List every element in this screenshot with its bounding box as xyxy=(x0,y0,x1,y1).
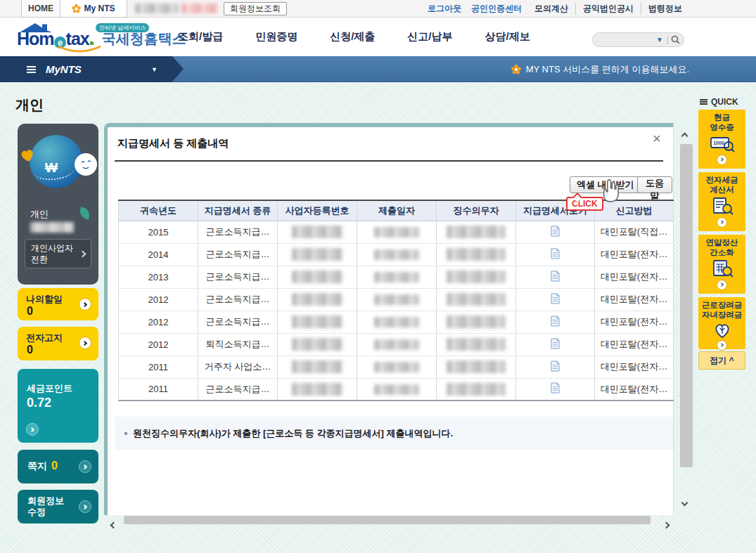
note-text: 원천징수의무자(회사)가 제출한 [근로소득 등 각종지급명세서] 제출내역입니… xyxy=(133,427,453,440)
scroll-right-arrow[interactable] xyxy=(664,518,669,531)
top-utility-bar: HOME My NTS 회원정보조회 로그아웃 공인인증센터 모의계산 공익법인… xyxy=(0,0,756,18)
public-org-link[interactable]: 공익법인공시 xyxy=(575,3,634,15)
logo-tagline: 인터넷 납세서비스 xyxy=(96,23,149,32)
cell-statement-view xyxy=(516,243,595,266)
cell-withholder xyxy=(437,333,516,356)
law-link[interactable]: 법령정보 xyxy=(641,3,682,15)
sidebar-card-member-edit[interactable]: 회원정보 수정 xyxy=(18,490,98,523)
search-input[interactable] xyxy=(600,34,656,46)
tab-mynts[interactable]: My NTS xyxy=(60,0,127,18)
hometax-logo[interactable]: Hometax 인터넷 납세서비스 국세청홈택스 xyxy=(17,22,186,50)
help-button[interactable]: 도움말 xyxy=(637,176,672,193)
service-name: 국세청홈택스 xyxy=(102,30,186,50)
cell-report-method: 대민포탈(전자… xyxy=(595,311,674,333)
quick-header-label: QUICK xyxy=(711,97,738,107)
document-icon[interactable] xyxy=(551,382,560,393)
quick-go-button[interactable] xyxy=(717,217,727,228)
member-info-button[interactable]: 회원정보조회 xyxy=(224,2,287,15)
enotice-go-button[interactable] xyxy=(79,337,91,349)
table-row: 2011거주자 사업소…대민포탈(전자… xyxy=(119,356,674,378)
logout-link[interactable]: 로그아웃 xyxy=(428,3,461,15)
cell-submit-date xyxy=(357,333,437,356)
note-box: 원천징수의무자(회사)가 제출한 [근로소득 등 각종지급명세서] 제출내역입니… xyxy=(115,417,673,450)
scroll-up-arrow[interactable] xyxy=(682,129,687,141)
horizontal-scrollbar-thumb[interactable] xyxy=(124,516,651,524)
vertical-scrollbar-thumb[interactable] xyxy=(680,144,693,467)
hand-cursor-icon xyxy=(601,178,622,204)
heart-icon xyxy=(18,147,37,164)
cell-submit-date xyxy=(357,221,437,243)
scroll-down-arrow[interactable] xyxy=(682,495,687,508)
tax-points-go-button[interactable] xyxy=(26,423,39,436)
redacted-value xyxy=(374,339,419,350)
quick-collapse-button[interactable]: 접기 ^ xyxy=(698,351,745,370)
switch-to-business-button[interactable]: 개인사업자 전환 xyxy=(25,239,91,268)
cell-statement-type: 근로소득지급… xyxy=(198,311,278,333)
cert-center-link[interactable]: 공인인증센터 xyxy=(471,3,522,15)
promo-text: MY NTS 서비스를 편하게 이용해보세요. xyxy=(526,63,689,76)
cell-year: 2012 xyxy=(119,288,198,311)
divider xyxy=(115,160,663,162)
cell-submit-date xyxy=(357,356,437,378)
todo-label: 나의할일 xyxy=(26,293,63,306)
document-icon[interactable] xyxy=(551,248,560,259)
column-header: 사업자등록번호 xyxy=(278,200,357,221)
cell-statement-type: 근로소득지급… xyxy=(198,378,278,401)
close-icon[interactable]: × xyxy=(653,131,661,145)
document-icon[interactable] xyxy=(551,293,560,304)
cell-statement-type: 근로소득지급… xyxy=(198,288,278,311)
quick-go-button[interactable] xyxy=(717,280,727,290)
table-row: 2015근로소득지급…대민포탈(직접… xyxy=(119,221,674,243)
mynts-menu[interactable]: MyNTS ▼ xyxy=(0,56,172,82)
member-edit-go-button[interactable] xyxy=(79,500,91,513)
sidebar-card-todo[interactable]: 나의할일 0 xyxy=(18,288,98,320)
todo-go-button[interactable] xyxy=(79,298,91,311)
cell-statement-view xyxy=(516,311,595,333)
nav-inquiry-issue[interactable]: 조회/발급 xyxy=(178,30,223,44)
leaf-icon xyxy=(78,207,91,219)
nav-civil-cert[interactable]: 민원증명 xyxy=(255,30,297,44)
submission-panel: 지급명세서 등 제출내역 × 엑셀 내려받기 도움말 CLICK 귀속년도지급명… xyxy=(104,123,674,515)
quick-item-label: 자녀장려금 xyxy=(698,311,745,320)
document-icon[interactable] xyxy=(551,315,560,327)
nav-report-pay[interactable]: 신고/납부 xyxy=(407,30,452,44)
quick-go-button[interactable] xyxy=(717,155,727,165)
tab-home[interactable]: HOME xyxy=(21,0,60,18)
messages-label: 쪽지 xyxy=(27,460,47,473)
document-icon[interactable] xyxy=(551,226,560,237)
search-button[interactable] xyxy=(668,33,684,46)
quick-incentive[interactable]: 근로장려금 자녀장려금 xyxy=(698,297,745,349)
redacted-value xyxy=(292,360,342,373)
bullet-icon xyxy=(124,432,127,435)
document-icon[interactable] xyxy=(551,360,560,372)
document-icon[interactable] xyxy=(551,271,560,282)
quick-go-button[interactable] xyxy=(717,340,727,351)
scroll-left-arrow[interactable] xyxy=(111,518,116,531)
table-row: 2014근로소득지급…대민포탈(전자… xyxy=(119,243,674,266)
quick-e-tax-invoice[interactable]: 전자세금 계산서 xyxy=(698,172,745,231)
redacted-value xyxy=(292,293,342,306)
nav-apply-submit[interactable]: 신청/제출 xyxy=(330,30,375,44)
cell-statement-view xyxy=(516,356,595,378)
sidebar-card-messages[interactable]: 쪽지 0 xyxy=(18,450,98,483)
redacted-value xyxy=(447,293,506,306)
sidebar-card-enotice[interactable]: 전자고지 0 xyxy=(18,327,98,360)
quick-year-end-simplify[interactable]: 연말정산 간소화 xyxy=(698,235,745,294)
member-edit-label: 회원정보 수정 xyxy=(27,495,71,519)
document-icon[interactable] xyxy=(551,338,560,349)
sidebar-card-tax-points[interactable]: 세금포인트 0.72 xyxy=(18,369,98,443)
messages-go-button[interactable] xyxy=(79,460,91,473)
nav-consult-report[interactable]: 상담/제보 xyxy=(485,30,530,44)
submission-table-body: 2015근로소득지급…대민포탈(직접…2014근로소득지급…대민포탈(전자…20… xyxy=(119,221,674,401)
enotice-count: 0 xyxy=(27,344,33,356)
cell-report-method: 대민포탈(전자… xyxy=(595,378,674,401)
chevron-down-icon[interactable]: ▼ xyxy=(151,66,158,73)
calc-link[interactable]: 모의계산 xyxy=(534,3,568,15)
chevron-down-icon[interactable]: ▼ xyxy=(656,36,663,44)
redacted-value xyxy=(447,338,506,351)
quick-cash-receipt[interactable]: 현금 영수증 1000 xyxy=(698,110,745,169)
redacted-value xyxy=(374,249,419,260)
cell-statement-type: 퇴직소득지급… xyxy=(198,333,278,356)
click-annotation: CLICK xyxy=(566,197,603,211)
quick-item-label: 현금 xyxy=(698,110,745,123)
